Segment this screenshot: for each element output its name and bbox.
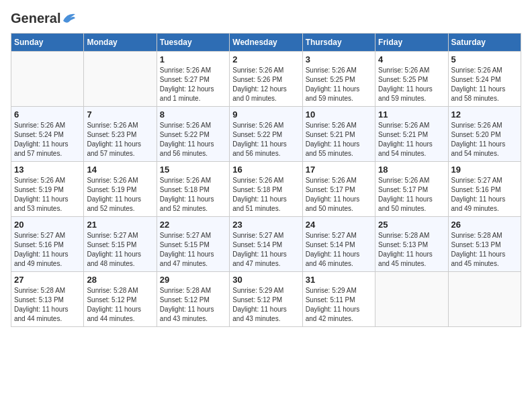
day-number: 14: [87, 165, 153, 175]
calendar-cell: 13Sunrise: 5:26 AMSunset: 5:19 PMDayligh…: [11, 162, 84, 217]
day-info: Sunrise: 5:28 AMSunset: 5:13 PMDaylight:…: [451, 231, 518, 269]
day-info: Sunrise: 5:26 AMSunset: 5:20 PMDaylight:…: [451, 121, 518, 158]
calendar-cell: 17Sunrise: 5:26 AMSunset: 5:17 PMDayligh…: [302, 162, 375, 217]
day-number: 6: [14, 109, 81, 120]
weekday-header: Wednesday: [230, 34, 302, 52]
day-number: 9: [232, 109, 299, 120]
day-info: Sunrise: 5:27 AMSunset: 5:16 PMDaylight:…: [14, 231, 81, 269]
day-info: Sunrise: 5:28 AMSunset: 5:13 PMDaylight:…: [14, 286, 81, 324]
logo-bird-icon: [62, 11, 77, 26]
calendar-cell: 18Sunrise: 5:26 AMSunset: 5:17 PMDayligh…: [375, 162, 448, 217]
day-info: Sunrise: 5:26 AMSunset: 5:17 PMDaylight:…: [378, 176, 445, 214]
day-info: Sunrise: 5:26 AMSunset: 5:19 PMDaylight:…: [87, 176, 153, 214]
day-info: Sunrise: 5:26 AMSunset: 5:19 PMDaylight:…: [14, 176, 81, 214]
weekday-header: Saturday: [448, 34, 521, 52]
day-number: 26: [451, 220, 518, 230]
calendar-cell: 25Sunrise: 5:28 AMSunset: 5:13 PMDayligh…: [375, 217, 448, 272]
day-number: 30: [232, 275, 299, 285]
day-info: Sunrise: 5:26 AMSunset: 5:18 PMDaylight:…: [160, 176, 226, 214]
day-info: Sunrise: 5:26 AMSunset: 5:21 PMDaylight:…: [378, 121, 445, 158]
day-info: Sunrise: 5:26 AMSunset: 5:25 PMDaylight:…: [378, 66, 445, 103]
calendar-cell: 19Sunrise: 5:27 AMSunset: 5:16 PMDayligh…: [448, 162, 521, 217]
day-number: 19: [451, 165, 518, 175]
day-info: Sunrise: 5:26 AMSunset: 5:25 PMDaylight:…: [306, 66, 372, 103]
weekday-header: Friday: [375, 34, 448, 52]
day-info: Sunrise: 5:26 AMSunset: 5:22 PMDaylight:…: [232, 121, 299, 158]
calendar-cell: 2Sunrise: 5:26 AMSunset: 5:26 PMDaylight…: [230, 52, 302, 107]
day-number: 31: [306, 275, 372, 285]
day-info: Sunrise: 5:26 AMSunset: 5:21 PMDaylight:…: [306, 121, 372, 158]
day-number: 18: [378, 165, 445, 175]
calendar-cell: 27Sunrise: 5:28 AMSunset: 5:13 PMDayligh…: [11, 272, 84, 327]
calendar-cell: 3Sunrise: 5:26 AMSunset: 5:25 PMDaylight…: [302, 52, 375, 107]
calendar-cell: 23Sunrise: 5:27 AMSunset: 5:14 PMDayligh…: [230, 217, 302, 272]
day-number: 15: [160, 165, 226, 175]
logo: General: [11, 11, 77, 25]
day-number: 13: [14, 165, 81, 175]
weekday-header: Sunday: [11, 34, 84, 52]
day-number: 8: [160, 109, 226, 120]
day-number: 23: [232, 220, 299, 230]
calendar-table: SundayMondayTuesdayWednesdayThursdayFrid…: [11, 33, 521, 327]
calendar-cell: 26Sunrise: 5:28 AMSunset: 5:13 PMDayligh…: [448, 217, 521, 272]
calendar-cell: 4Sunrise: 5:26 AMSunset: 5:25 PMDaylight…: [375, 52, 448, 107]
day-info: Sunrise: 5:26 AMSunset: 5:26 PMDaylight:…: [232, 66, 299, 103]
day-number: 16: [232, 165, 299, 175]
calendar-cell: 10Sunrise: 5:26 AMSunset: 5:21 PMDayligh…: [302, 107, 375, 162]
day-number: 4: [378, 54, 445, 64]
calendar-cell: 21Sunrise: 5:27 AMSunset: 5:15 PMDayligh…: [84, 217, 157, 272]
calendar-cell: 15Sunrise: 5:26 AMSunset: 5:18 PMDayligh…: [157, 162, 229, 217]
calendar-cell: 14Sunrise: 5:26 AMSunset: 5:19 PMDayligh…: [84, 162, 157, 217]
day-number: 29: [160, 275, 226, 285]
calendar-cell: 12Sunrise: 5:26 AMSunset: 5:20 PMDayligh…: [448, 107, 521, 162]
day-info: Sunrise: 5:27 AMSunset: 5:14 PMDaylight:…: [232, 231, 299, 269]
day-info: Sunrise: 5:28 AMSunset: 5:12 PMDaylight:…: [87, 286, 153, 324]
calendar-cell: 11Sunrise: 5:26 AMSunset: 5:21 PMDayligh…: [375, 107, 448, 162]
day-info: Sunrise: 5:28 AMSunset: 5:13 PMDaylight:…: [378, 231, 445, 269]
day-info: Sunrise: 5:29 AMSunset: 5:11 PMDaylight:…: [306, 286, 372, 324]
day-number: 12: [451, 109, 518, 120]
calendar-cell: 24Sunrise: 5:27 AMSunset: 5:14 PMDayligh…: [302, 217, 375, 272]
day-number: 24: [306, 220, 372, 230]
day-number: 11: [378, 109, 445, 120]
calendar-cell: 22Sunrise: 5:27 AMSunset: 5:15 PMDayligh…: [157, 217, 229, 272]
calendar-cell: [448, 272, 521, 327]
day-info: Sunrise: 5:29 AMSunset: 5:12 PMDaylight:…: [232, 286, 299, 324]
weekday-header: Monday: [84, 34, 157, 52]
page-header: General: [11, 11, 521, 25]
calendar-cell: [375, 272, 448, 327]
day-info: Sunrise: 5:26 AMSunset: 5:18 PMDaylight:…: [232, 176, 299, 214]
logo-general: General: [11, 11, 60, 26]
calendar-cell: 7Sunrise: 5:26 AMSunset: 5:23 PMDaylight…: [84, 107, 157, 162]
day-number: 3: [306, 54, 372, 64]
day-info: Sunrise: 5:27 AMSunset: 5:14 PMDaylight:…: [306, 231, 372, 269]
day-info: Sunrise: 5:26 AMSunset: 5:27 PMDaylight:…: [160, 66, 226, 103]
calendar-cell: 9Sunrise: 5:26 AMSunset: 5:22 PMDaylight…: [230, 107, 302, 162]
day-number: 20: [14, 220, 81, 230]
day-info: Sunrise: 5:27 AMSunset: 5:15 PMDaylight:…: [87, 231, 153, 269]
day-info: Sunrise: 5:26 AMSunset: 5:22 PMDaylight:…: [160, 121, 226, 158]
calendar-cell: 1Sunrise: 5:26 AMSunset: 5:27 PMDaylight…: [157, 52, 229, 107]
day-number: 10: [306, 109, 372, 120]
day-info: Sunrise: 5:26 AMSunset: 5:24 PMDaylight:…: [14, 121, 81, 158]
calendar-cell: 20Sunrise: 5:27 AMSunset: 5:16 PMDayligh…: [11, 217, 84, 272]
calendar-cell: 8Sunrise: 5:26 AMSunset: 5:22 PMDaylight…: [157, 107, 229, 162]
day-info: Sunrise: 5:26 AMSunset: 5:23 PMDaylight:…: [87, 121, 153, 158]
day-number: 7: [87, 109, 153, 120]
weekday-header: Tuesday: [157, 34, 229, 52]
day-number: 25: [378, 220, 445, 230]
day-number: 22: [160, 220, 226, 230]
calendar-cell: 16Sunrise: 5:26 AMSunset: 5:18 PMDayligh…: [230, 162, 302, 217]
day-info: Sunrise: 5:27 AMSunset: 5:16 PMDaylight:…: [451, 176, 518, 214]
day-info: Sunrise: 5:26 AMSunset: 5:24 PMDaylight:…: [451, 66, 518, 103]
day-info: Sunrise: 5:27 AMSunset: 5:15 PMDaylight:…: [160, 231, 226, 269]
day-number: 17: [306, 165, 372, 175]
day-number: 5: [451, 54, 518, 64]
day-number: 1: [160, 54, 226, 64]
day-info: Sunrise: 5:26 AMSunset: 5:17 PMDaylight:…: [306, 176, 372, 214]
calendar-cell: 31Sunrise: 5:29 AMSunset: 5:11 PMDayligh…: [302, 272, 375, 327]
calendar-cell: [11, 52, 84, 107]
day-number: 28: [87, 275, 153, 285]
day-number: 27: [14, 275, 81, 285]
weekday-header: Thursday: [302, 34, 375, 52]
